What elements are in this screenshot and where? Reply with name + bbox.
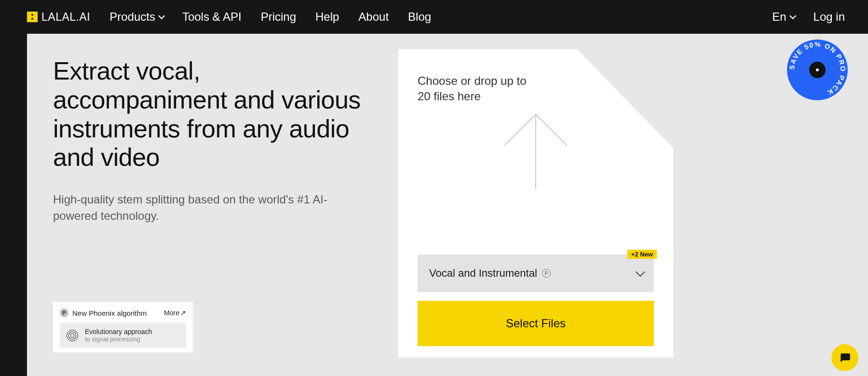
nav-blog[interactable]: Blog (408, 10, 431, 24)
promo-ring-text: SAVE 50% ON PRO PACK (787, 40, 848, 100)
nav-pricing-label: Pricing (261, 10, 296, 24)
hero-section: Extract vocal, accompaniment and various… (53, 57, 362, 224)
login-link[interactable]: Log in (814, 10, 845, 24)
phoenix-card: P New Phoenix algorithm More ↗ Evolution… (53, 302, 193, 352)
nav-help[interactable]: Help (315, 10, 339, 24)
stem-type-dropdown[interactable]: +2 New Vocal and Instrumental P (418, 255, 654, 292)
upload-arrow-icon (497, 109, 574, 193)
phoenix-more-label: More (164, 309, 179, 317)
chat-launcher[interactable] (831, 344, 858, 371)
promo-text-content: SAVE 50% ON PRO PACK (788, 40, 847, 97)
phoenix-mark-icon: P (542, 269, 551, 278)
stem-selected-label: Vocal and Instrumental (429, 267, 537, 280)
top-nav: LALAL.AI Products Tools & API Pricing He… (0, 0, 868, 34)
nav-about[interactable]: About (358, 10, 389, 24)
new-badge: +2 New (627, 250, 657, 259)
nav-about-label: About (358, 10, 389, 24)
hero-subtitle: High-quality stem splitting based on the… (53, 191, 362, 224)
phoenix-feature-title: Evolutionary approach (85, 328, 152, 336)
hero-title: Extract vocal, accompaniment and various… (53, 57, 362, 172)
chevron-down-icon (158, 13, 165, 19)
phoenix-feature-row[interactable]: Evolutionary approach to signal processi… (60, 323, 186, 348)
nav-products-label: Products (109, 10, 155, 24)
nav-help-label: Help (315, 10, 339, 24)
nav-tools[interactable]: Tools & API (182, 10, 242, 24)
select-files-button[interactable]: Select Files (418, 301, 654, 346)
spiral-icon (66, 329, 79, 342)
nav-right: En Log in (772, 10, 845, 24)
main-stage: Extract vocal, accompaniment and various… (27, 34, 868, 376)
svg-text:SAVE 50% ON PRO PACK: SAVE 50% ON PRO PACK (788, 40, 847, 97)
language-selector[interactable]: En (772, 10, 794, 24)
chat-icon (839, 351, 851, 364)
brand-logo[interactable]: LALAL.AI (27, 11, 90, 24)
brand-name: LALAL.AI (41, 11, 90, 24)
primary-nav: Products Tools & API Pricing Help About … (109, 10, 431, 24)
nav-blog-label: Blog (408, 10, 431, 24)
phoenix-badge-icon: P (60, 309, 68, 317)
nav-pricing[interactable]: Pricing (261, 10, 296, 24)
external-link-icon: ↗ (180, 309, 186, 317)
nav-tools-label: Tools & API (182, 10, 242, 24)
nav-products[interactable]: Products (109, 10, 163, 24)
phoenix-header-left: P New Phoenix algorithm (60, 309, 147, 317)
select-files-label: Select Files (506, 317, 566, 330)
phoenix-header: P New Phoenix algorithm More ↗ (60, 309, 186, 317)
phoenix-header-text: New Phoenix algorithm (72, 309, 147, 317)
chevron-down-icon (789, 13, 796, 19)
language-label: En (772, 10, 786, 24)
phoenix-feature-sub: to signal processing (85, 336, 152, 343)
chevron-down-icon (636, 267, 645, 277)
login-label: Log in (814, 10, 845, 24)
phoenix-feature-text: Evolutionary approach to signal processi… (85, 328, 152, 343)
phoenix-more-link[interactable]: More ↗ (164, 309, 186, 317)
logo-icon (27, 12, 38, 22)
drop-instructions: Choose or drop up to 20 files here (418, 73, 533, 105)
upload-panel[interactable]: Choose or drop up to 20 files here +2 Ne… (398, 49, 673, 358)
promo-badge[interactable]: SAVE 50% ON PRO PACK (787, 40, 848, 100)
